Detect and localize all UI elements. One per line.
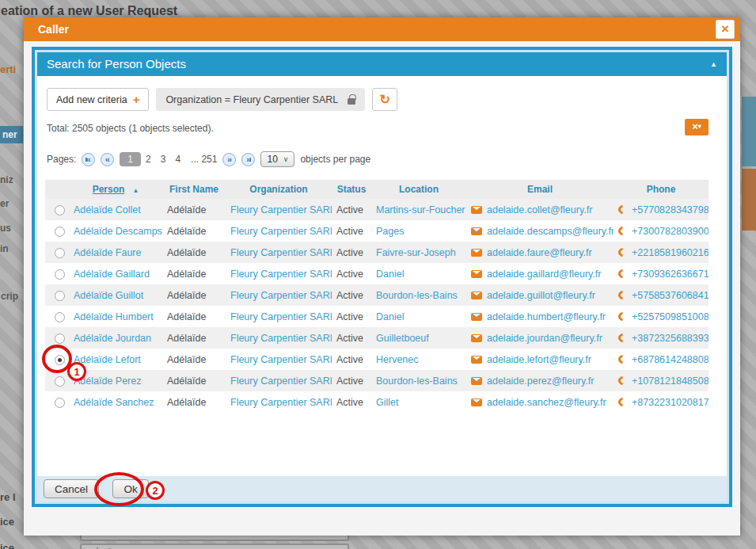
phone-link[interactable]: +5770828343798: [632, 204, 709, 215]
organization-link[interactable]: Fleury Carpentier SARL: [230, 354, 332, 365]
phone-link[interactable]: +7300782803900: [632, 226, 709, 237]
row-radio-selected[interactable]: [55, 355, 65, 365]
first-page-icon[interactable]: «: [82, 153, 95, 166]
person-link[interactable]: Adélaïde Guillot: [74, 290, 143, 301]
row-radio[interactable]: [55, 269, 65, 280]
chevron-down-icon: ∨: [283, 155, 289, 163]
phone-link[interactable]: +7309362636671: [632, 269, 709, 280]
row-radio[interactable]: [55, 248, 65, 258]
organization-link[interactable]: Fleury Carpentier SARL: [230, 247, 332, 258]
location-link[interactable]: Pages: [376, 226, 404, 237]
location-link[interactable]: Gillet: [376, 397, 398, 408]
email-link[interactable]: adelaide.gaillard@fleury.fr: [487, 269, 601, 280]
email-link[interactable]: adelaide.jourdan@fleury.fr: [487, 333, 602, 344]
table-config-button[interactable]: ×▾: [685, 119, 709, 135]
column-header-location[interactable]: Location: [371, 180, 466, 199]
organization-link[interactable]: Fleury Carpentier SARL: [230, 397, 332, 408]
email-link[interactable]: adelaide.humbert@fleury.fr: [487, 311, 606, 322]
page-size-select[interactable]: 10 ∨: [260, 151, 294, 167]
page-number-1[interactable]: 1: [120, 152, 141, 166]
previous-page-icon[interactable]: «: [101, 153, 114, 166]
person-link[interactable]: Adélaïde Humbert: [74, 311, 154, 322]
organization-link[interactable]: Fleury Carpentier SARL: [230, 226, 332, 237]
row-select-cell: [45, 391, 69, 413]
row-radio[interactable]: [55, 312, 65, 322]
phone-link[interactable]: +8732231020817: [632, 397, 709, 408]
location-link[interactable]: Hervenec: [376, 354, 419, 365]
mail-icon: [471, 313, 482, 321]
email-link[interactable]: adelaide.descamps@fleury.fr: [487, 226, 614, 237]
person-link[interactable]: Adélaïde Perez: [74, 376, 141, 387]
email-link[interactable]: adelaide.guillot@fleury.fr: [487, 290, 595, 301]
ok-button[interactable]: Ok: [112, 479, 148, 498]
column-header-organization[interactable]: Organization: [226, 180, 332, 199]
person-link[interactable]: Adélaïde Jourdan: [74, 333, 151, 344]
location-link[interactable]: Martins-sur-Foucher: [376, 204, 465, 215]
phone-link[interactable]: +3872325688393: [632, 333, 709, 344]
phone-link[interactable]: +2218581960216: [632, 247, 709, 258]
email-cell: adelaide.humbert@fleury.fr: [466, 306, 614, 327]
person-link[interactable]: Adélaïde Descamps: [74, 226, 162, 237]
search-panel-header[interactable]: Search for Person Objects ▲: [37, 52, 727, 76]
search-panel: Search for Person Objects ▲ Add new crit…: [32, 47, 732, 507]
organization-link[interactable]: Fleury Carpentier SARL: [230, 204, 332, 215]
row-radio[interactable]: [55, 227, 65, 237]
chevron-down-icon: ▾: [698, 123, 701, 130]
email-cell: adelaide.jourdan@fleury.fr: [466, 327, 614, 349]
row-select-cell: [45, 263, 69, 284]
criteria-pill-label: Organization = Fleury Carpentier SARL: [165, 94, 338, 105]
add-criteria-label: Add new criteria: [56, 94, 127, 105]
refresh-button[interactable]: ↻: [372, 88, 397, 111]
column-header-email[interactable]: Email: [466, 180, 614, 199]
organization-link[interactable]: Fleury Carpentier SARL: [230, 376, 332, 387]
row-radio[interactable]: [55, 291, 65, 301]
person-link[interactable]: Adélaïde Sanchez: [74, 397, 154, 408]
column-header-status[interactable]: Status: [332, 180, 371, 199]
location-link[interactable]: Bourdon-les-Bains: [376, 290, 458, 301]
location-link[interactable]: Faivre-sur-Joseph: [376, 247, 456, 258]
phone-link[interactable]: +6878614248808: [632, 354, 709, 365]
page-number-4[interactable]: 4: [170, 152, 185, 166]
row-radio[interactable]: [55, 398, 65, 408]
collapse-icon: ▲: [710, 52, 717, 76]
first-name-cell: Adélaïde: [162, 220, 226, 242]
status-cell: Active: [332, 220, 371, 242]
row-radio[interactable]: [55, 334, 65, 344]
column-header-phone[interactable]: Phone: [614, 180, 709, 199]
phone-link[interactable]: +5257509851008: [632, 311, 709, 322]
page-number-3[interactable]: 3: [156, 152, 171, 166]
column-header-person[interactable]: Person▲: [69, 180, 162, 199]
close-icon[interactable]: ×: [716, 20, 735, 39]
row-radio[interactable]: [55, 205, 65, 215]
phone-cell: +7300782803900: [614, 220, 709, 242]
location-link[interactable]: Daniel: [376, 269, 404, 280]
organization-link[interactable]: Fleury Carpentier SARL: [230, 290, 332, 301]
organization-link[interactable]: Fleury Carpentier SARL: [230, 333, 332, 344]
email-link[interactable]: adelaide.perez@fleury.fr: [487, 376, 594, 387]
location-link[interactable]: Guilletboeuf: [376, 333, 429, 344]
person-link[interactable]: Adélaïde Gaillard: [74, 269, 150, 280]
row-radio[interactable]: [55, 376, 65, 387]
page-number-2[interactable]: 2: [141, 152, 156, 166]
cancel-button[interactable]: Cancel: [44, 479, 99, 498]
email-link[interactable]: adelaide.sanchez@fleury.fr: [487, 397, 606, 408]
column-header-first-name[interactable]: First Name: [162, 180, 226, 199]
email-link[interactable]: adelaide.lefort@fleury.fr: [487, 354, 591, 365]
organization-link[interactable]: Fleury Carpentier SARL: [230, 311, 332, 322]
location-link[interactable]: Bourdon-les-Bains: [376, 376, 458, 387]
organization-link[interactable]: Fleury Carpentier SARL: [230, 269, 332, 280]
criteria-pill-organization[interactable]: Organization = Fleury Carpentier SARL: [156, 88, 365, 111]
next-page-icon[interactable]: »: [222, 153, 236, 166]
email-link[interactable]: adelaide.faure@fleury.fr: [487, 247, 592, 258]
person-link[interactable]: Adélaïde Faure: [74, 247, 141, 258]
mail-icon: [471, 270, 482, 278]
email-link[interactable]: adelaide.collet@fleury.fr: [487, 204, 592, 215]
last-page-icon[interactable]: »: [241, 153, 255, 166]
person-link[interactable]: Adélaïde Collet: [74, 204, 141, 215]
organization-cell: Fleury Carpentier SARL: [226, 284, 332, 306]
phone-link[interactable]: +5758537606841: [632, 290, 709, 301]
add-criteria-button[interactable]: Add new criteria +: [47, 88, 149, 111]
person-link[interactable]: Adélaïde Lefort: [74, 354, 141, 365]
location-link[interactable]: Daniel: [376, 311, 404, 322]
phone-link[interactable]: +1078121848508: [632, 376, 709, 387]
